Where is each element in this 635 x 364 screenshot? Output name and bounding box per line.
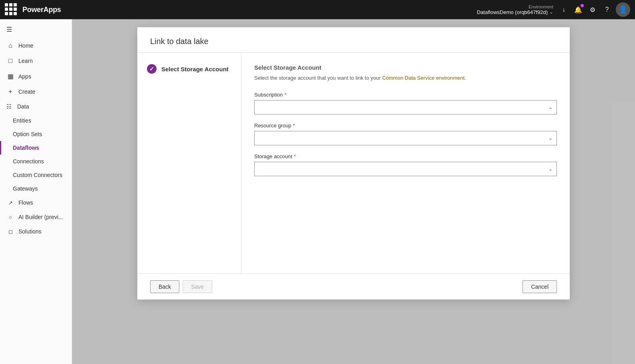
form-section-desc: Select the storage account that you want… xyxy=(254,74,557,82)
sidebar-item-custom-connectors[interactable]: Custom Connectors xyxy=(0,168,72,182)
sidebar-item-label: Apps xyxy=(18,73,31,80)
user-icon: 👤 xyxy=(619,5,627,14)
flows-label: Flows xyxy=(18,199,33,206)
waffle-dot xyxy=(14,3,17,6)
notification-badge xyxy=(581,4,584,7)
desc-link[interactable]: Common Data Service environment xyxy=(382,75,464,81)
sidebar-sub-item-dataflows[interactable]: Dataflows xyxy=(0,141,72,155)
modal-wizard-panel: ✓ Select Storage Account xyxy=(137,53,241,274)
chevron-down-icon: ⌄ xyxy=(549,166,553,172)
ai-builder-icon: ○ xyxy=(6,214,14,220)
subscription-dropdown[interactable]: ⌄ xyxy=(254,100,557,115)
option-sets-label: Option Sets xyxy=(13,131,42,137)
body-row: ☰ ⌂ Home □ Learn ▦ Apps + Create ☷ Data … xyxy=(0,19,635,364)
settings-button[interactable]: ⚙ xyxy=(585,2,600,17)
sidebar-item-data[interactable]: ☷ Data xyxy=(0,99,72,114)
sidebar: ☰ ⌂ Home □ Learn ▦ Apps + Create ☷ Data … xyxy=(0,19,72,364)
waffle-dot xyxy=(14,12,17,15)
apps-icon: ▦ xyxy=(6,72,14,80)
gateways-label: Gateways xyxy=(13,185,38,192)
modal-title-bar: Link to data lake xyxy=(137,27,570,53)
desc-text-start: Select the storage account that you want… xyxy=(254,75,382,81)
environment-name: DataflowsDemo (orqb647f92d) xyxy=(477,9,548,15)
storage-account-required-star: * xyxy=(294,153,296,159)
wizard-step-label: Select Storage Account xyxy=(161,66,229,72)
storage-account-dropdown[interactable]: ⌄ xyxy=(254,162,557,176)
wizard-step-check-icon: ✓ xyxy=(147,64,157,74)
sidebar-item-apps[interactable]: ▦ Apps xyxy=(0,68,72,84)
hamburger-button[interactable]: ☰ xyxy=(0,22,72,38)
gear-icon: ⚙ xyxy=(590,6,595,14)
storage-account-label: Storage account * xyxy=(254,153,557,159)
solutions-label: Solutions xyxy=(18,228,42,235)
waffle-dot xyxy=(9,12,12,15)
download-icon: ↓ xyxy=(562,6,565,13)
sidebar-item-learn[interactable]: □ Learn xyxy=(0,53,72,68)
resource-group-field: Resource group * ⌄ xyxy=(254,123,557,145)
data-icon: ☷ xyxy=(6,103,12,110)
connections-label: Connections xyxy=(13,158,44,165)
environment-label: Environment xyxy=(528,4,553,9)
cancel-button[interactable]: Cancel xyxy=(522,280,557,293)
resource-group-label: Resource group * xyxy=(254,123,557,129)
resource-group-dropdown[interactable]: ⌄ xyxy=(254,131,557,145)
waffle-dot xyxy=(5,8,8,11)
sidebar-item-label: Create xyxy=(18,88,35,95)
flows-icon: ↗ xyxy=(6,200,14,206)
notifications-button[interactable]: 🔔 xyxy=(571,2,585,17)
book-icon: □ xyxy=(6,57,14,64)
save-button: Save xyxy=(183,280,212,293)
app-logo: PowerApps xyxy=(22,6,61,14)
waffle-dot xyxy=(9,8,12,11)
storage-account-field: Storage account * ⌄ xyxy=(254,153,557,176)
sidebar-item-home[interactable]: ⌂ Home xyxy=(0,38,72,53)
sidebar-item-connections[interactable]: Connections xyxy=(0,155,72,168)
question-mark-icon: ? xyxy=(605,6,609,13)
sidebar-item-ai-builder[interactable]: ○ AI Builder (previ... xyxy=(0,210,72,224)
user-avatar-button[interactable]: 👤 xyxy=(616,2,630,17)
back-button[interactable]: Back xyxy=(150,280,179,293)
app-header: PowerApps Environment DataflowsDemo (orq… xyxy=(0,0,635,19)
solutions-icon: ◻ xyxy=(6,229,14,235)
waffle-dot xyxy=(14,8,17,11)
environment-selector[interactable]: Environment DataflowsDemo (orqb647f92d) … xyxy=(477,4,553,15)
sidebar-item-flows[interactable]: ↗ Flows xyxy=(0,195,72,210)
resource-group-required-star: * xyxy=(293,123,295,129)
sidebar-item-create[interactable]: + Create xyxy=(0,84,72,99)
sidebar-item-label: Home xyxy=(18,42,33,49)
home-icon: ⌂ xyxy=(6,42,14,49)
plus-icon: + xyxy=(6,88,14,95)
waffle-dot xyxy=(5,3,8,6)
chevron-down-icon: ⌄ xyxy=(549,135,553,141)
dataflows-label: Dataflows xyxy=(13,145,39,151)
main-content: Link to data lake ✓ Select Storage Accou… xyxy=(72,19,635,364)
subscription-field: Subscription * ⌄ xyxy=(254,92,557,115)
modal-body: ✓ Select Storage Account Select Storage … xyxy=(137,53,570,274)
sidebar-sub-item-entities[interactable]: Entities xyxy=(0,114,72,127)
modal-footer: Back Save Cancel xyxy=(137,274,570,300)
chevron-down-icon: ⌄ xyxy=(549,105,553,110)
waffle-button[interactable] xyxy=(5,3,18,16)
help-button[interactable]: ? xyxy=(600,2,614,17)
sidebar-item-gateways[interactable]: Gateways xyxy=(0,182,72,195)
sidebar-item-label: Data xyxy=(17,103,29,110)
download-button[interactable]: ↓ xyxy=(557,2,571,17)
subscription-required-star: * xyxy=(285,92,287,98)
modal-overlay: Link to data lake ✓ Select Storage Accou… xyxy=(72,19,635,364)
sidebar-item-label: Learn xyxy=(18,58,33,64)
form-section-title: Select Storage Account xyxy=(254,64,557,71)
modal-title: Link to data lake xyxy=(150,37,209,46)
sidebar-sub-item-option-sets[interactable]: Option Sets xyxy=(0,127,72,141)
custom-connectors-label: Custom Connectors xyxy=(13,172,62,178)
entities-label: Entities xyxy=(13,117,31,124)
link-to-data-lake-modal: Link to data lake ✓ Select Storage Accou… xyxy=(137,27,570,300)
ai-builder-label: AI Builder (previ... xyxy=(18,214,63,220)
waffle-dot xyxy=(9,3,12,6)
sidebar-item-solutions[interactable]: ◻ Solutions xyxy=(0,224,72,239)
desc-text-end: . xyxy=(464,75,466,81)
modal-form-panel: Select Storage Account Select the storag… xyxy=(241,53,570,274)
wizard-step-1: ✓ Select Storage Account xyxy=(147,64,231,74)
subscription-label: Subscription * xyxy=(254,92,557,98)
chevron-down-icon: ⌄ xyxy=(549,9,553,15)
waffle-dot xyxy=(5,12,8,15)
